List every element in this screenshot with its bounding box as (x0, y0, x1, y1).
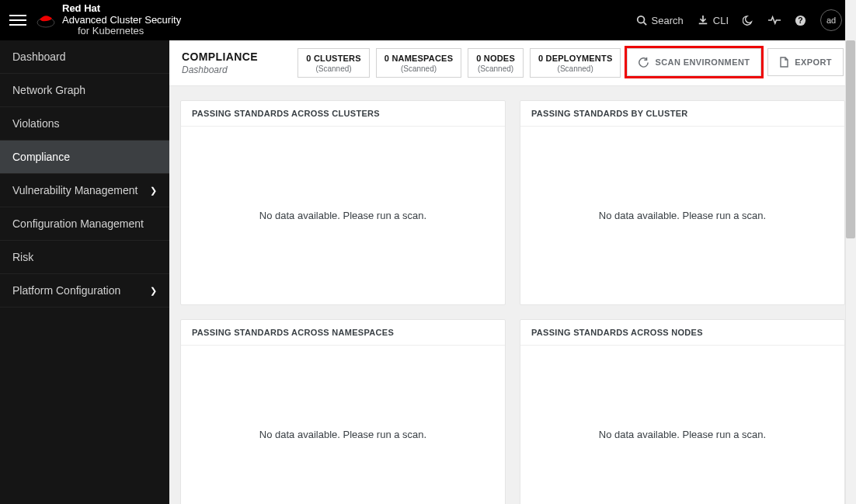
menu-toggle[interactable] (9, 12, 26, 29)
card-passing-standards-clusters: PASSING STANDARDS ACROSS CLUSTERS No dat… (180, 100, 506, 305)
scan-button-label: SCAN ENVIRONMENT (655, 57, 750, 67)
card-passing-standards-namespaces: PASSING STANDARDS ACROSS NAMESPACES No d… (180, 319, 506, 504)
card-empty-text: No data available. Please run a scan. (520, 346, 844, 504)
avatar-initials: ad (826, 16, 836, 25)
activity-icon (768, 15, 781, 26)
sidebar-item-label: Risk (12, 251, 33, 263)
refresh-icon (639, 57, 649, 68)
sidebar-item-configuration-management[interactable]: Configuration Management (0, 207, 169, 241)
brand-product: Advanced Cluster Security (62, 15, 181, 26)
stat-count: 0 (385, 54, 389, 63)
stat-unit: NAMESPACES (391, 54, 453, 63)
page-title: COMPLIANCE (182, 50, 258, 63)
page-header: COMPLIANCE Dashboard 0 CLUSTERS (Scanned… (169, 40, 856, 86)
stat-count: 0 (538, 54, 543, 63)
card-title: PASSING STANDARDS ACROSS CLUSTERS (181, 101, 505, 127)
topbar: Red Hat Advanced Cluster Security for Ku… (0, 0, 856, 40)
stat-count: 0 (476, 54, 481, 63)
chevron-right-icon: ❯ (150, 186, 157, 196)
stat-sub: (Scanned) (385, 64, 453, 73)
breadcrumb: Dashboard (182, 64, 258, 75)
stat-unit: DEPLOYMENTS (546, 54, 613, 63)
sidebar-item-network-graph[interactable]: Network Graph (0, 74, 169, 107)
stat-sub: (Scanned) (306, 64, 360, 73)
page-scrollbar[interactable] (845, 0, 856, 504)
search-icon (636, 15, 647, 26)
sidebar-item-vulnerability-management[interactable]: Vulnerability Management ❯ (0, 174, 169, 207)
sidebar-item-label: Platform Configuration (12, 284, 120, 297)
stat-sub: (Scanned) (476, 64, 515, 73)
sidebar-item-risk[interactable]: Risk (0, 241, 169, 274)
scan-environment-button[interactable]: SCAN ENVIRONMENT (627, 48, 761, 76)
stat-nodes[interactable]: 0 NODES (Scanned) (468, 48, 524, 78)
sidebar-item-label: Dashboard (12, 50, 66, 63)
redhat-logo-icon (36, 12, 56, 28)
sidebar-item-label: Network Graph (12, 84, 85, 96)
scrollbar-thumb[interactable] (846, 40, 855, 238)
brand-name: Red Hat (62, 2, 100, 14)
sidebar-item-violations[interactable]: Violations (0, 107, 169, 141)
card-title: PASSING STANDARDS ACROSS NODES (520, 320, 844, 346)
sidebar-item-platform-configuration[interactable]: Platform Configuration ❯ (0, 274, 169, 308)
sidebar-item-label: Violations (12, 117, 59, 130)
svg-rect-3 (699, 23, 708, 25)
stat-sub: (Scanned) (538, 64, 613, 73)
search-label: Search (652, 15, 684, 26)
user-avatar[interactable]: ad (820, 9, 842, 31)
brand-sub: for Kubernetes (78, 26, 181, 37)
sidebar-item-label: Vulnerability Management (12, 184, 137, 196)
brand: Red Hat Advanced Cluster Security for Ku… (36, 3, 181, 38)
moon-icon (743, 15, 754, 26)
export-button-label: EXPORT (795, 57, 832, 67)
card-empty-text: No data available. Please run a scan. (181, 346, 505, 504)
sidebar-item-dashboard[interactable]: Dashboard (0, 40, 169, 74)
help-icon: ? (795, 15, 806, 26)
sidebar-item-compliance[interactable]: Compliance (0, 141, 169, 174)
card-title: PASSING STANDARDS ACROSS NAMESPACES (181, 320, 505, 346)
card-empty-text: No data available. Please run a scan. (181, 127, 505, 304)
main-content: COMPLIANCE Dashboard 0 CLUSTERS (Scanned… (169, 40, 856, 504)
stat-namespaces[interactable]: 0 NAMESPACES (Scanned) (376, 48, 461, 78)
card-passing-standards-by-cluster: PASSING STANDARDS BY CLUSTER No data ava… (520, 100, 845, 305)
card-passing-standards-nodes: PASSING STANDARDS ACROSS NODES No data a… (520, 319, 845, 504)
stat-count: 0 (306, 54, 311, 63)
card-empty-text: No data available. Please run a scan. (520, 127, 844, 304)
search-button[interactable]: Search (636, 15, 684, 26)
help-button[interactable]: ? (795, 15, 806, 26)
document-icon (779, 57, 788, 68)
card-title: PASSING STANDARDS BY CLUSTER (520, 101, 844, 127)
stat-deployments[interactable]: 0 DEPLOYMENTS (Scanned) (530, 48, 621, 78)
stat-unit: CLUSTERS (314, 54, 361, 63)
svg-line-2 (643, 23, 646, 26)
chevron-right-icon: ❯ (150, 286, 157, 296)
sidebar: Dashboard Network Graph Violations Compl… (0, 40, 169, 504)
cli-label: CLI (713, 15, 729, 26)
cli-button[interactable]: CLI (698, 15, 729, 26)
stat-clusters[interactable]: 0 CLUSTERS (Scanned) (298, 48, 369, 78)
svg-point-1 (637, 16, 644, 23)
download-icon (698, 15, 708, 26)
theme-toggle[interactable] (743, 15, 754, 26)
svg-text:?: ? (798, 16, 802, 25)
sidebar-item-label: Compliance (12, 151, 70, 163)
export-button[interactable]: EXPORT (767, 48, 844, 76)
stat-unit: NODES (484, 54, 515, 63)
system-health[interactable] (768, 15, 781, 26)
sidebar-item-label: Configuration Management (12, 217, 144, 230)
